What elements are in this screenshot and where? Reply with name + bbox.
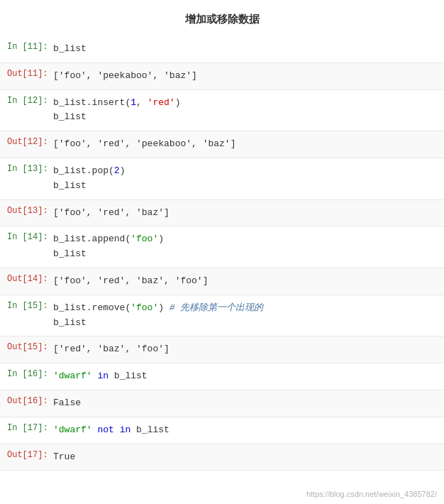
cell-in-14-label: In [14]:: [0, 231, 53, 263]
cell-in-13-content: b_list.pop(2)b_list: [53, 163, 444, 195]
cell-in-12-content: b_list.insert(1, 'red')b_list: [53, 94, 444, 127]
cell-out-13-content: ['foo', 'red', 'baz']: [53, 204, 444, 222]
code-segment: ): [120, 165, 126, 176]
cell-out-15: Out[15]:['red', 'baz', 'foo']: [0, 336, 444, 363]
code-segment: ,: [136, 97, 148, 108]
cell-out-16-content: False: [53, 395, 444, 412]
cell-in-12-line-0: b_list.insert(1, 'red'): [53, 96, 437, 111]
code-segment: # 先移除第一个出现的: [170, 302, 264, 313]
code-segment: 'dwarf': [53, 371, 92, 381]
cell-in-16: In [16]:'dwarf' in b_list: [0, 363, 444, 390]
cell-in-13-line-1: b_list: [53, 179, 437, 194]
code-segment: 'foo': [131, 234, 158, 244]
cell-in-15-label: In [15]:: [0, 300, 53, 332]
code-segment: in: [120, 424, 131, 435]
code-segment: 1: [131, 97, 136, 108]
code-segment: 2: [114, 165, 120, 176]
code-segment: ['foo', 'peekaboo', 'baz']: [53, 70, 197, 81]
code-segment: b_list: [131, 424, 170, 435]
cell-out-13: Out[13]:['foo', 'red', 'baz']: [0, 200, 444, 227]
cell-out-17-line-0: True: [53, 450, 437, 465]
code-segment: b_list.insert(: [53, 97, 131, 108]
code-segment: b_list: [53, 317, 87, 328]
code-segment: not: [97, 424, 113, 435]
cell-in-17: In [17]:'dwarf' not in b_list: [0, 417, 444, 444]
code-segment: ): [158, 234, 164, 244]
code-segment: b_list: [109, 371, 148, 381]
code-segment: ['foo', 'red', 'baz']: [53, 207, 170, 218]
code-segment: in: [97, 371, 109, 381]
cell-in-17-content: 'dwarf' not in b_list: [53, 422, 444, 439]
cell-out-14-content: ['foo', 'red', 'baz', 'foo']: [53, 273, 444, 290]
cell-in-12-line-1: b_list: [53, 110, 437, 125]
cell-out-14-line-0: ['foo', 'red', 'baz', 'foo']: [53, 274, 437, 289]
cell-out-12-label: Out[12]:: [0, 136, 53, 153]
code-segment: 'dwarf': [53, 424, 92, 435]
code-segment: ): [158, 302, 170, 313]
cell-out-17: Out[17]:True: [0, 444, 444, 471]
cell-out-17-label: Out[17]:: [0, 449, 53, 466]
cells-container: In [11]:b_listOut[11]:['foo', 'peekaboo'…: [0, 36, 444, 471]
watermark: https://blog.csdn.net/weixin_4385782/: [306, 490, 437, 498]
cell-in-12-label: In [12]:: [0, 94, 53, 127]
cell-in-14-line-1: b_list: [53, 247, 437, 262]
cell-in-11-content: b_list: [53, 40, 444, 58]
code-segment: b_list: [53, 180, 87, 191]
cell-in-15: In [15]:b_list.remove('foo') # 先移除第一个出现的…: [0, 295, 444, 337]
code-segment: 'foo': [131, 302, 158, 313]
page-title: 增加或移除数据: [0, 7, 444, 36]
cell-in-14: In [14]:b_list.append('foo')b_list: [0, 226, 444, 268]
cell-in-15-content: b_list.remove('foo') # 先移除第一个出现的b_list: [53, 300, 444, 332]
cell-in-11-line-0: b_list: [53, 42, 437, 57]
code-segment: 'red': [148, 97, 175, 108]
cell-out-16: Out[16]:False: [0, 390, 444, 417]
cell-out-13-line-0: ['foo', 'red', 'baz']: [53, 206, 437, 221]
cell-out-13-label: Out[13]:: [0, 204, 53, 222]
cell-out-17-content: True: [53, 449, 444, 466]
cell-out-15-line-0: ['red', 'baz', 'foo']: [53, 342, 437, 357]
cell-out-11-content: ['foo', 'peekaboo', 'baz']: [53, 67, 444, 85]
code-segment: b_list: [53, 111, 87, 122]
cell-in-17-label: In [17]:: [0, 422, 53, 439]
cell-out-12: Out[12]:['foo', 'red', 'peekaboo', 'baz'…: [0, 131, 444, 158]
cell-out-16-line-0: False: [53, 396, 437, 411]
code-segment: ['foo', 'red', 'baz', 'foo']: [53, 275, 208, 286]
cell-out-14-label: Out[14]:: [0, 273, 53, 290]
cell-in-17-line-0: 'dwarf' not in b_list: [53, 423, 437, 438]
code-segment: [114, 424, 120, 435]
cell-in-15-line-1: b_list: [53, 316, 437, 331]
cell-out-11-line-0: ['foo', 'peekaboo', 'baz']: [53, 69, 437, 84]
cell-out-12-line-0: ['foo', 'red', 'peekaboo', 'baz']: [53, 137, 437, 152]
cell-out-15-content: ['red', 'baz', 'foo']: [53, 341, 444, 358]
code-segment: b_list.remove(: [53, 302, 131, 313]
code-segment: b_list.append(: [53, 234, 131, 244]
cell-in-16-content: 'dwarf' in b_list: [53, 368, 444, 385]
cell-in-13-line-0: b_list.pop(2): [53, 164, 437, 179]
cell-in-13-label: In [13]:: [0, 163, 53, 195]
code-segment: b_list: [53, 248, 87, 259]
cell-in-14-content: b_list.append('foo')b_list: [53, 231, 444, 263]
cell-in-14-line-0: b_list.append('foo'): [53, 232, 437, 247]
code-segment: True: [53, 451, 75, 462]
cell-in-11-label: In [11]:: [0, 40, 53, 58]
cell-out-16-label: Out[16]:: [0, 395, 53, 412]
cell-in-15-line-0: b_list.remove('foo') # 先移除第一个出现的: [53, 301, 437, 316]
cell-out-12-content: ['foo', 'red', 'peekaboo', 'baz']: [53, 136, 444, 153]
code-segment: b_list: [53, 43, 87, 54]
code-segment: ): [175, 97, 181, 108]
page-container: 增加或移除数据 In [11]:b_listOut[11]:['foo', 'p…: [0, 0, 444, 504]
code-segment: ['foo', 'red', 'peekaboo', 'baz']: [53, 138, 235, 149]
cell-out-11: Out[11]:['foo', 'peekaboo', 'baz']: [0, 63, 444, 90]
code-segment: ['red', 'baz', 'foo']: [53, 344, 170, 354]
code-segment: False: [53, 398, 81, 408]
cell-in-12: In [12]:b_list.insert(1, 'red')b_list: [0, 90, 444, 132]
cell-out-14: Out[14]:['foo', 'red', 'baz', 'foo']: [0, 268, 444, 295]
cell-in-16-line-0: 'dwarf' in b_list: [53, 369, 437, 384]
code-segment: b_list.pop(: [53, 165, 114, 176]
cell-out-11-label: Out[11]:: [0, 67, 53, 85]
cell-in-11: In [11]:b_list: [0, 36, 444, 63]
cell-out-15-label: Out[15]:: [0, 341, 53, 358]
cell-in-13: In [13]:b_list.pop(2)b_list: [0, 158, 444, 200]
cell-in-16-label: In [16]:: [0, 368, 53, 385]
